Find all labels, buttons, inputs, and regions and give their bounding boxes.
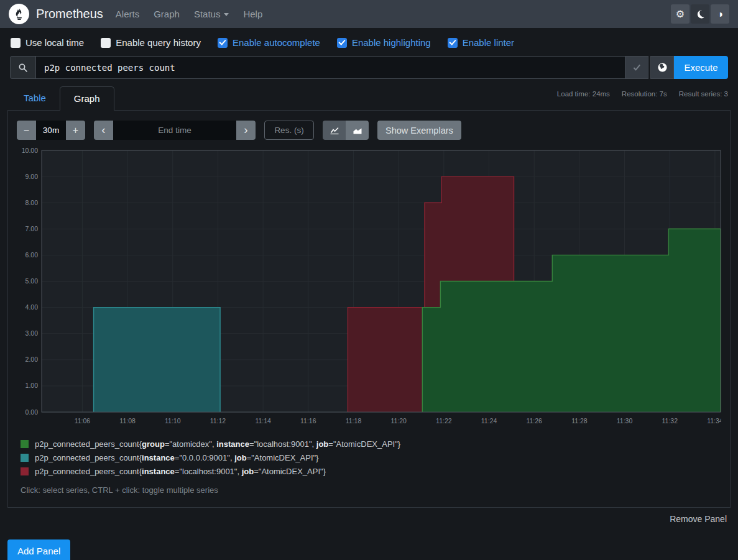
endtime-stepper: ‹ › <box>94 121 256 140</box>
y-axis-label: 8.00 <box>25 199 39 206</box>
y-axis-label: 9.00 <box>25 173 39 180</box>
x-axis-label: 11:10 <box>165 417 181 425</box>
tab-graph[interactable]: Graph <box>60 86 114 111</box>
x-axis-label: 11:18 <box>346 417 362 425</box>
checkbox[interactable] <box>448 38 458 48</box>
option-enable-linter[interactable]: Enable linter <box>448 37 514 48</box>
graph-controls: − + ‹ › <box>17 121 721 140</box>
nav-item-help[interactable]: Help <box>243 9 262 19</box>
globe-icon <box>657 62 668 73</box>
x-axis-label: 11:34 <box>707 417 721 425</box>
line-chart-icon <box>330 126 339 135</box>
dark-theme-button[interactable] <box>691 4 709 24</box>
x-axis-label: 11:12 <box>210 417 226 425</box>
series-area-instance-0-0-0-0-9001 <box>94 308 221 412</box>
x-axis-label: 11:06 <box>75 417 91 425</box>
remove-panel-link[interactable]: Remove Panel <box>670 514 727 524</box>
legend-swatch <box>21 440 29 448</box>
legend-item[interactable]: p2p_connected_peers_count{instance="loca… <box>21 467 721 476</box>
time-back-button[interactable]: ‹ <box>94 121 113 140</box>
query-bar: Execute <box>10 56 728 79</box>
legend-series-name: p2p_connected_peers_count{instance="0.0.… <box>35 453 318 462</box>
option-label: Use local time <box>25 37 84 48</box>
resolution: Resolution: 7s <box>622 90 667 98</box>
legend-swatch <box>21 454 29 462</box>
settings-button[interactable]: ⚙ <box>671 4 690 24</box>
y-axis-label: 5.00 <box>25 277 39 285</box>
option-label: Enable query history <box>116 37 201 48</box>
x-axis-label: 11:22 <box>436 417 452 425</box>
end-time-input[interactable] <box>113 121 236 140</box>
option-enable-query-history[interactable]: Enable query history <box>101 37 201 48</box>
prometheus-torch-icon <box>12 7 26 21</box>
graph-canvas[interactable]: 10.009.008.007.006.005.004.003.002.001.0… <box>17 147 721 428</box>
app-title: Prometheus <box>36 7 103 21</box>
y-axis-label: 0.00 <box>25 408 39 416</box>
nav-item-alerts[interactable]: Alerts <box>116 9 139 19</box>
legend-hint: Click: select series, CTRL + click: togg… <box>21 485 721 495</box>
option-enable-autocomplete[interactable]: Enable autocomplete <box>218 37 320 48</box>
stacked-chart-icon <box>353 126 362 135</box>
load-time: Load time: 24ms <box>557 90 610 98</box>
line-graph-button[interactable] <box>323 121 346 140</box>
range-stepper: − + <box>17 121 85 140</box>
nav-item-graph[interactable]: Graph <box>154 9 180 19</box>
execute-button[interactable]: Execute <box>674 56 728 79</box>
legend-swatch <box>21 467 29 475</box>
checkbox[interactable] <box>218 38 228 48</box>
resolution-input[interactable] <box>264 121 314 140</box>
y-axis-label: 2.00 <box>25 356 39 363</box>
option-use-local-time[interactable]: Use local time <box>11 37 84 48</box>
y-axis-label: 3.00 <box>25 329 39 337</box>
option-label: Enable highlighting <box>352 37 431 48</box>
nav-links: AlertsGraphStatusHelp <box>116 9 277 19</box>
half-circle-icon: ◑ <box>717 9 723 20</box>
tabs-row: Table Graph Load time: 24ms Resolution: … <box>10 86 728 110</box>
graph-svg[interactable]: 10.009.008.007.006.005.004.003.002.001.0… <box>17 147 721 428</box>
prometheus-logo <box>9 4 29 24</box>
legend-series-name: p2p_connected_peers_count{group="atomicd… <box>35 439 400 449</box>
nav-item-status[interactable]: Status <box>194 9 229 19</box>
range-decrease-button[interactable]: − <box>17 121 36 140</box>
range-increase-button[interactable]: + <box>66 121 85 140</box>
remove-panel-row: Remove Panel <box>11 513 727 525</box>
option-enable-highlighting[interactable]: Enable highlighting <box>337 37 431 48</box>
legend: p2p_connected_peers_count{group="atomicd… <box>21 439 721 476</box>
x-axis-label: 11:16 <box>300 417 316 425</box>
tab-table[interactable]: Table <box>10 86 60 109</box>
checkbox[interactable] <box>11 38 21 48</box>
x-axis-label: 11:24 <box>481 417 497 425</box>
legend-series-name: p2p_connected_peers_count{instance="loca… <box>35 467 326 476</box>
metrics-explorer-button[interactable] <box>650 56 674 79</box>
x-axis-label: 11:20 <box>390 417 407 425</box>
query-stats: Load time: 24ms Resolution: 7s Result se… <box>557 86 728 98</box>
query-input[interactable] <box>35 56 625 79</box>
legend-item[interactable]: p2p_connected_peers_count{instance="0.0.… <box>21 453 721 462</box>
graph-panel: − + ‹ › <box>7 110 731 508</box>
option-label: Enable autocomplete <box>233 37 320 48</box>
add-panel-button[interactable]: Add Panel <box>7 539 70 560</box>
x-axis-label: 11:28 <box>571 417 588 425</box>
stacked-graph-button[interactable] <box>346 121 369 140</box>
y-axis-label: 1.00 <box>25 382 39 389</box>
show-exemplars-button[interactable]: Show Exemplars <box>377 121 461 140</box>
option-label: Enable linter <box>463 37 514 48</box>
range-input[interactable] <box>36 121 66 140</box>
moon-icon <box>696 9 705 19</box>
x-axis-label: 11:32 <box>662 417 678 425</box>
y-axis-label: 10.00 <box>22 147 38 154</box>
checkbox[interactable] <box>337 38 347 48</box>
navbar-right-buttons: ⚙ ◑ <box>671 4 729 24</box>
y-axis-label: 4.00 <box>25 303 39 311</box>
chart-type-toggle <box>323 121 369 140</box>
checkbox[interactable] <box>101 38 111 48</box>
y-axis-label: 7.00 <box>25 225 39 232</box>
time-forward-button[interactable]: › <box>236 121 256 140</box>
caret-down-icon <box>224 13 229 16</box>
navbar: Prometheus AlertsGraphStatusHelp ⚙ ◑ <box>0 0 738 28</box>
x-axis-label: 11:26 <box>526 417 542 425</box>
auto-theme-button[interactable]: ◑ <box>711 4 729 24</box>
check-icon <box>632 63 642 72</box>
legend-item[interactable]: p2p_connected_peers_count{group="atomicd… <box>21 439 721 449</box>
result-series: Result series: 3 <box>679 90 728 98</box>
